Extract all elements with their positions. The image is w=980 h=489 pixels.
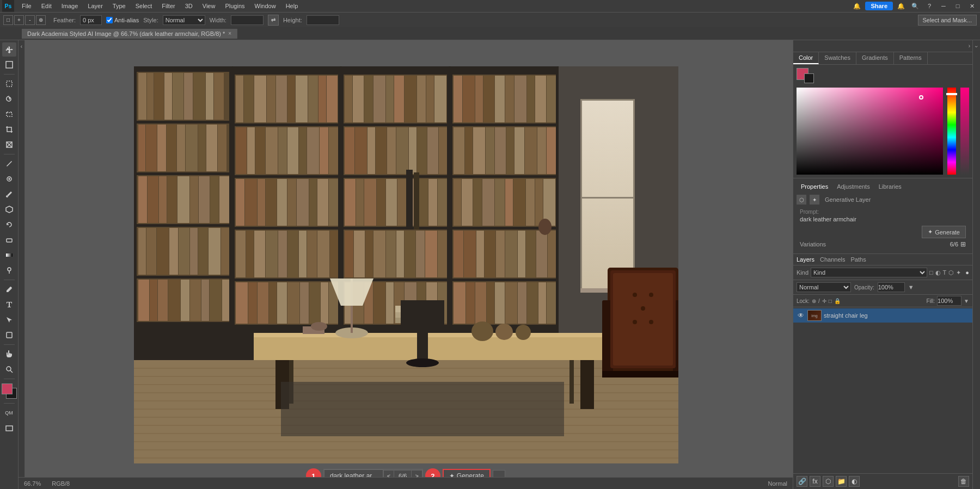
menu-plugins[interactable]: Plugins — [220, 2, 249, 10]
object-selection-tool[interactable] — [2, 107, 16, 121]
eraser-tool[interactable] — [2, 233, 16, 247]
layer-visibility-toggle[interactable]: 👁 — [797, 311, 805, 320]
style-select[interactable]: Normal Fixed Ratio Fixed Size — [163, 15, 205, 25]
shape-filter-icon[interactable]: ⬡ — [948, 269, 954, 276]
tab-layers[interactable]: Layers — [797, 256, 814, 263]
feather-input[interactable] — [80, 15, 102, 25]
shape-tool[interactable] — [2, 328, 16, 342]
collapse-right-icon[interactable]: › — [969, 43, 970, 49]
tab-patterns[interactable]: Patterns — [894, 52, 928, 64]
text-tool[interactable] — [2, 298, 16, 312]
subtract-selection-btn[interactable]: - — [25, 15, 35, 25]
alpha-slider[interactable] — [960, 88, 969, 175]
intersect-selection-btn[interactable]: ⊕ — [36, 15, 46, 25]
lock-artboard-icon[interactable]: □ — [829, 298, 832, 304]
link-layers-btn[interactable]: 🔗 — [797, 476, 807, 487]
tab-swatches[interactable]: Swatches — [819, 52, 856, 64]
pen-tool[interactable] — [2, 282, 16, 296]
lock-move-icon[interactable]: ✛ — [822, 298, 826, 304]
menu-filter[interactable]: Filter — [157, 2, 179, 10]
help-icon[interactable]: ? — [923, 0, 935, 12]
grid-view-icon[interactable]: ⊞ — [960, 240, 966, 248]
blend-mode-select[interactable]: Normal Multiply Screen Overlay — [797, 282, 851, 292]
gradient-tool[interactable] — [2, 248, 16, 262]
new-adjustment-btn[interactable]: ◐ — [849, 476, 860, 487]
marquee-tool[interactable] — [2, 77, 16, 91]
lasso-tool[interactable] — [2, 92, 16, 106]
tab-properties[interactable]: Properties — [797, 182, 832, 191]
menu-window[interactable]: Window — [250, 2, 280, 10]
notification-icon[interactable]: 🔔 — [851, 0, 863, 12]
new-group-btn[interactable]: 📁 — [836, 476, 847, 487]
path-selection-tool[interactable] — [2, 313, 16, 327]
zoom-tool[interactable] — [2, 362, 16, 376]
tab-color[interactable]: Color — [793, 52, 819, 64]
right-collapse-bar[interactable]: › — [972, 40, 980, 489]
antialias-checkbox-label[interactable]: Anti-alias — [106, 17, 139, 23]
lock-pixel-icon[interactable]: / — [818, 298, 820, 304]
document-tab[interactable]: Dark Academia Styled AI Image @ 66.7% (d… — [22, 29, 237, 39]
tab-adjustments[interactable]: Adjustments — [832, 182, 874, 191]
lock-all-icon[interactable]: 🔒 — [834, 298, 841, 304]
fill-input[interactable] — [937, 296, 961, 306]
filter-toggle[interactable]: ● — [965, 269, 969, 276]
width-input[interactable] — [231, 15, 264, 25]
brush-tool[interactable] — [2, 187, 16, 201]
menu-3d[interactable]: 3D — [181, 2, 197, 10]
healing-tool[interactable] — [2, 172, 16, 186]
history-brush-tool[interactable] — [2, 218, 16, 232]
tab-paths[interactable]: Paths — [851, 256, 866, 263]
kind-select[interactable]: Kind — [811, 268, 927, 277]
quick-mask-btn[interactable]: QM — [2, 406, 16, 420]
close-icon[interactable]: ✕ — [966, 0, 978, 12]
tab-libraries[interactable]: Libraries — [874, 182, 906, 191]
clone-stamp-tool[interactable] — [2, 202, 16, 216]
menu-layer[interactable]: Layer — [83, 2, 107, 10]
menu-help[interactable]: Help — [281, 2, 303, 10]
fill-stepper-icon[interactable]: ▼ — [964, 298, 969, 304]
opacity-input[interactable] — [878, 282, 905, 292]
minimize-icon[interactable]: ─ — [938, 0, 950, 12]
add-style-btn[interactable]: fx — [810, 476, 820, 487]
add-mask-btn[interactable]: ⬡ — [823, 476, 834, 487]
delete-layer-btn[interactable]: 🗑 — [958, 476, 969, 487]
text-filter-icon[interactable]: T — [943, 269, 947, 276]
frame-tool[interactable] — [2, 138, 16, 152]
hue-slider[interactable] — [947, 88, 956, 175]
tab-gradients[interactable]: Gradients — [856, 52, 894, 64]
restore-icon[interactable]: □ — [952, 0, 964, 12]
antialias-checkbox[interactable] — [106, 17, 113, 23]
height-input[interactable] — [307, 15, 339, 25]
tab-close-btn[interactable]: × — [228, 30, 231, 36]
color-saturation-picker[interactable] — [797, 88, 943, 175]
share-button[interactable]: Share — [865, 2, 893, 10]
search-icon[interactable]: 🔍 — [909, 0, 921, 12]
background-color-box[interactable] — [804, 73, 814, 83]
crop-tool[interactable] — [2, 122, 16, 137]
menu-file[interactable]: File — [17, 2, 36, 10]
add-selection-btn[interactable]: + — [14, 15, 24, 25]
color-swatches[interactable] — [2, 383, 17, 399]
foreground-color[interactable] — [2, 383, 13, 394]
menu-edit[interactable]: Edit — [37, 2, 56, 10]
menu-type[interactable]: Type — [108, 2, 130, 10]
menu-view[interactable]: View — [198, 2, 220, 10]
smart-filter-icon[interactable]: ✦ — [956, 269, 961, 276]
screen-mode-btn[interactable] — [2, 421, 16, 435]
move-tool[interactable] — [2, 42, 16, 57]
new-selection-btn[interactable]: □ — [3, 15, 13, 25]
menu-select[interactable]: Select — [131, 2, 157, 10]
tab-channels[interactable]: Channels — [820, 256, 845, 263]
notifications-icon[interactable]: 🔔 — [895, 0, 907, 12]
menu-image[interactable]: Image — [57, 2, 83, 10]
lock-pos-icon[interactable]: ⊕ — [812, 298, 816, 304]
select-and-mask-button[interactable]: Select and Mask... — [918, 15, 977, 26]
hand-tool[interactable] — [2, 347, 16, 361]
layer-item[interactable]: 👁 img straight chair leg — [793, 308, 972, 323]
eyedropper-tool[interactable] — [2, 157, 16, 171]
dodge-tool[interactable] — [2, 263, 16, 277]
swap-dimensions-icon[interactable]: ⇄ — [268, 15, 279, 26]
adjustment-filter-icon[interactable]: ◐ — [935, 269, 941, 276]
pixel-filter-icon[interactable]: □ — [929, 269, 933, 276]
properties-generate-button[interactable]: ✦ Generate — [922, 226, 966, 238]
